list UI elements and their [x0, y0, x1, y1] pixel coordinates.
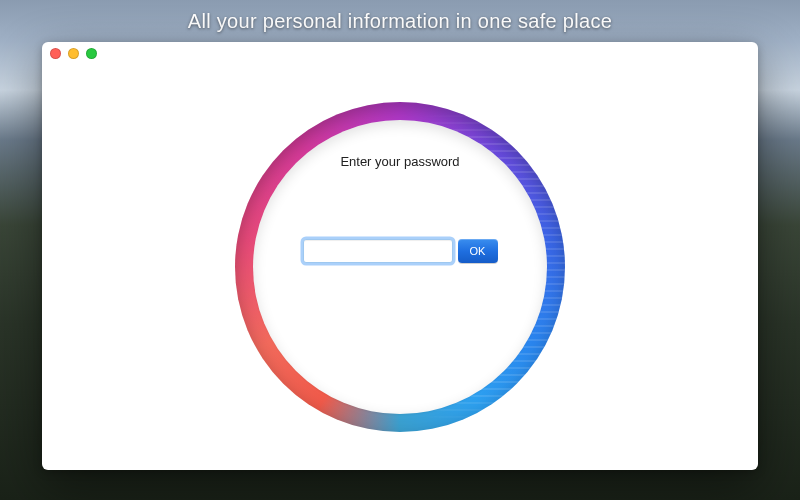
marketing-tagline: All your personal information in one saf…	[0, 10, 800, 33]
window-content: Enter your password OK	[42, 64, 758, 470]
window-close-button[interactable]	[50, 48, 61, 59]
password-input[interactable]	[303, 239, 453, 263]
submit-button[interactable]: OK	[458, 239, 498, 263]
auth-ring: Enter your password OK	[235, 102, 565, 432]
app-window: Enter your password OK	[42, 42, 758, 470]
window-minimize-button[interactable]	[68, 48, 79, 59]
window-zoom-button[interactable]	[86, 48, 97, 59]
auth-form: Enter your password OK	[253, 120, 547, 414]
password-row: OK	[303, 239, 498, 263]
password-prompt: Enter your password	[340, 154, 459, 169]
window-titlebar	[42, 42, 758, 64]
